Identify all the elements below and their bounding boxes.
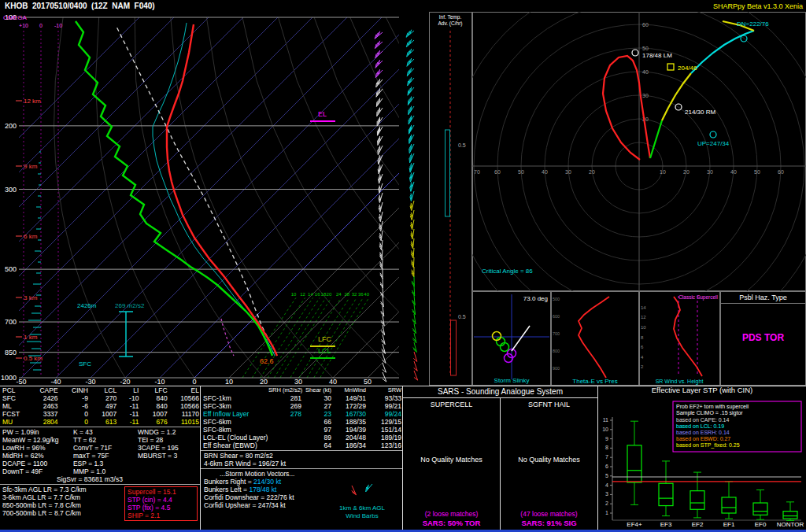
kinematics-value: 149/31	[333, 394, 368, 402]
srwind-curve	[674, 297, 702, 376]
kinematics-header-cell: Shear (kt)	[303, 386, 333, 394]
stat-line: ConvT = 71F	[73, 444, 135, 452]
parcel-row[interactable]: ML2463-6497-1184010566	[0, 402, 200, 410]
temperature-curve	[167, 24, 277, 356]
parcel-row[interactable]: MU28040613-1167611015	[0, 418, 200, 426]
kinematics-value: 281	[267, 394, 303, 402]
pressure-label: 850	[5, 349, 17, 357]
kinematics-value	[267, 441, 303, 449]
parcel-value: 2804	[27, 418, 58, 426]
pressure-label: 300	[5, 186, 17, 194]
dry-adiabat	[171, 17, 341, 386]
stat-line: MBURST = 3	[138, 452, 200, 460]
kinematics-value: 204/48	[333, 434, 368, 441]
thetae-pressure-label: 600	[553, 314, 560, 319]
sounding-title: KHOB 20170510/0400 (12Z NAM F040)	[0, 2, 155, 10]
kinematics-row: LCL-EL (Cloud Layer)89204/48189/19	[201, 434, 403, 441]
skewt-background-lines	[0, 17, 399, 386]
sr-wind-panel[interactable]: 2468101214Classic SupercellSR Wind vs. H…	[639, 291, 720, 386]
parcel-value: 11015	[168, 418, 200, 426]
isotherm	[160, 17, 399, 378]
sars-hail-column[interactable]: SGFNT HAIL No Quality Matches (47 loose …	[501, 398, 597, 532]
index-line: STP (cin) = 4.4	[128, 496, 194, 504]
thetae-pressure-label: 700	[553, 331, 560, 336]
kinematics-value: 30	[303, 394, 333, 402]
shear-stat-line: BRN Shear = 80 m2/s2	[201, 452, 402, 460]
advection-value-label: 0.5	[458, 142, 466, 148]
hodo-axis-label: 50	[518, 169, 524, 175]
thetae-curve	[579, 297, 609, 378]
height-label: 0.5 km	[24, 355, 43, 362]
wind-barb-flag	[409, 99, 410, 104]
stp-y-tick-label: 6	[605, 464, 608, 469]
skewt-plot[interactable]: 1012141618202428323640100200300500700850…	[0, 12, 399, 386]
parcel-value: MU	[0, 418, 27, 426]
slinky-updraft-vector	[512, 326, 530, 351]
vector-label: Bunkers Left =	[204, 486, 249, 493]
hodo-axis-label: 60	[778, 169, 784, 175]
parcel-value: SFC	[0, 394, 27, 402]
kinematics-value: 129/15	[368, 418, 403, 426]
wind-barb-flag	[411, 96, 412, 101]
storm-motion-marker[interactable]	[667, 64, 674, 70]
wind-barb-flag	[378, 160, 379, 164]
sars-panel[interactable]: SARS - Sounding Analogue System SUPERCEL…	[403, 386, 598, 532]
isotherm	[0, 17, 139, 378]
parcel-value: 2426	[27, 394, 58, 402]
vector-value: 178/48 kt	[249, 486, 276, 493]
parcel-header-cell: CINH	[59, 386, 89, 394]
temp-axis-label: -10	[154, 378, 165, 386]
classic-supercell-label: Classic Supercell	[678, 294, 718, 301]
wind-barb-flag	[410, 98, 411, 102]
height-label: 3 km	[24, 294, 38, 301]
thetae-panel[interactable]: 500600700800900Theta-E vs Pres	[551, 291, 639, 386]
srwind-height-label: 12	[641, 315, 646, 320]
parcel-value: 270	[89, 394, 117, 402]
storm-slinky-panel[interactable]: 73.0 degStorm Slinky	[472, 291, 551, 386]
temp-axis-label: 40	[329, 378, 337, 386]
hodograph-plot[interactable]: 2030405060203040506070102030405060178/48…	[472, 12, 806, 291]
effective-inflow-height-label: 2426m	[77, 302, 97, 309]
hazard-value: PDS TOR	[721, 332, 805, 343]
kinematics-value: 23	[303, 410, 333, 418]
warm-advection-bar	[451, 320, 457, 375]
kinematics-header-cell	[201, 386, 267, 394]
wind-barb	[382, 249, 383, 260]
wind-barb-flag	[410, 157, 411, 161]
kinematics-row: Eff Shear (EBWD)64186/34123/16	[201, 441, 403, 449]
parcel-value: -11	[117, 418, 139, 426]
mixing-ratio-line	[268, 297, 320, 378]
isotherm	[194, 17, 399, 378]
parcel-header-cell: LI	[117, 386, 139, 394]
srwind-height-label: 10	[641, 325, 646, 330]
pressure-label: 1000	[1, 374, 17, 382]
parcel-value: 840	[139, 402, 168, 410]
stp-legend-entry: based on EBWD: 0.27	[676, 436, 730, 441]
wind-barb	[381, 231, 383, 241]
app-version: SHARPpy Beta v1.3.0 Xenia	[713, 2, 806, 10]
pressure-label: 700	[5, 318, 17, 326]
sars-supercell-column[interactable]: SUPERCELL No Quality Matches (2 loose ma…	[403, 398, 501, 532]
mixing-ratio-label: 24	[336, 292, 342, 297]
kinematics-value: 93/33	[368, 394, 403, 402]
parcel-row[interactable]: SFC2426-9270-1084010566	[0, 394, 200, 402]
parcel-header-cell: LFC	[139, 386, 168, 394]
parcel-row[interactable]: FCST333701007-11100711170	[0, 410, 200, 418]
lapse-rate-line: Sfc-3km AGL LR = 7.3 C/km	[2, 486, 122, 493]
sars-column-header: SGFNT HAIL	[528, 401, 570, 408]
stp-legend-title: Prob EF2+ torn with supercell	[676, 404, 749, 410]
dry-adiabat	[135, 17, 270, 386]
parcel-header-cell: LCL	[89, 386, 117, 394]
stp-y-tick-label: 9	[605, 436, 608, 441]
thermo-stats: PW = 1.09inMeanW = 12.9g/kgLowRH = 96%Mi…	[0, 428, 200, 475]
parcel-value: -9	[59, 394, 89, 402]
sfc-label: SFC	[79, 360, 91, 368]
height-label: 12 km	[24, 98, 41, 105]
height-label: 1 km	[24, 334, 38, 341]
wind-barb-flag	[379, 147, 380, 152]
wind-barb-flag	[412, 153, 412, 158]
stat-line: K = 43	[73, 428, 135, 436]
kinematics-value: 278	[267, 410, 303, 418]
stat-line: ESP = 1.3	[73, 460, 135, 467]
wind-barb-flag	[376, 102, 377, 107]
